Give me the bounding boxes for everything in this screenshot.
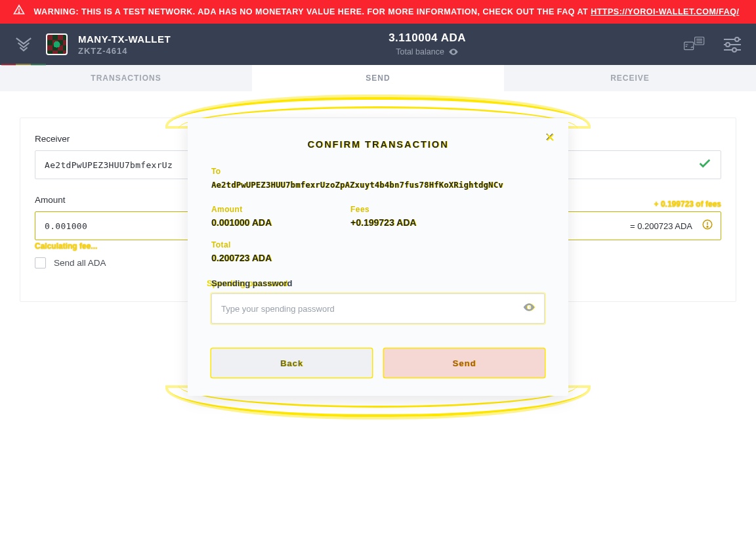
modal-amount-label: Amount bbox=[211, 205, 272, 214]
spending-password-input[interactable] bbox=[211, 293, 545, 324]
modal-fees-label: Fees bbox=[350, 205, 416, 214]
confirm-transaction-modal: CONFIRM TRANSACTION To Ae2tdPwUPEZ3HUU7b… bbox=[188, 118, 568, 396]
send-button[interactable]: Send bbox=[384, 349, 545, 377]
modal-fees-value: +0.199723 ADA bbox=[350, 217, 416, 228]
svg-point-14 bbox=[528, 306, 530, 308]
modal-total-label: Total bbox=[211, 240, 545, 249]
to-address: Ae2tdPwUPEZ3HUU7bmfexrUzoZpAZxuyt4b4bn7f… bbox=[211, 181, 503, 190]
modal-total-value: 0.200723 ADA bbox=[211, 253, 272, 263]
modal-title: CONFIRM TRANSACTION bbox=[206, 139, 550, 150]
eye-icon[interactable] bbox=[522, 301, 536, 316]
modal-backdrop: CONFIRM TRANSACTION To Ae2tdPwUPEZ3HUU7b… bbox=[0, 0, 756, 556]
back-button[interactable]: Back bbox=[211, 349, 372, 377]
to-label: To bbox=[211, 167, 550, 176]
spending-password-label: Spending password bbox=[206, 278, 298, 293]
modal-amount-value: 0.001000 ADA bbox=[211, 217, 272, 228]
